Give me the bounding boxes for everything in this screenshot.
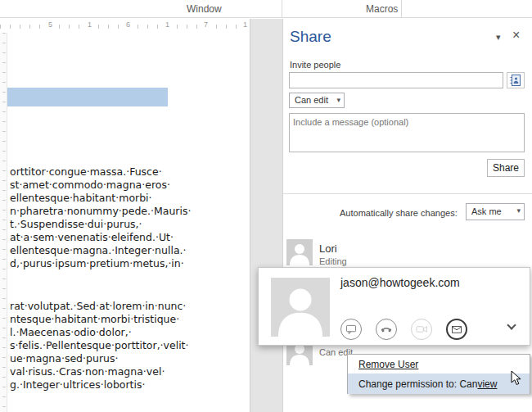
- pane-divider: [283, 193, 532, 194]
- horizontal-ruler: 5 1 6 1 7 1: [0, 19, 250, 33]
- call-button[interactable]: [376, 319, 397, 340]
- arrow-cursor-icon: [511, 370, 521, 386]
- auto-share-label: Automatically share changes:: [340, 208, 458, 218]
- ruler-ticks: [2, 33, 6, 412]
- menu-item-label: Change permission to: Can: [358, 378, 477, 390]
- document-line: rat·volutpat.·Sed·at·lorem·in·nunc·: [10, 300, 255, 312]
- chat-icon: [341, 319, 361, 340]
- document-line: ue·magna·sed·purus·: [10, 352, 255, 364]
- document-line: t.·Suspendisse·dui·purus,·: [10, 218, 255, 230]
- document-line: l.·Maecenas·odio·dolor,·: [10, 326, 255, 338]
- contact-email: jason@howtogeek.com: [340, 276, 460, 289]
- document-line: g.·Integer·ultrices·lobortis·: [10, 378, 255, 391]
- menu-item-label-emphasis: view: [477, 378, 497, 390]
- share-pane: Share ▾ × Invite people Can edit ▾ Share…: [282, 19, 532, 412]
- address-book-button[interactable]: [507, 72, 525, 88]
- selected-text-highlight: [7, 88, 168, 106]
- invite-people-input[interactable]: [289, 72, 503, 88]
- menu-item-label: Remove User: [358, 359, 418, 370]
- ribbon-group-divider: [282, 0, 282, 18]
- user-avatar: [286, 239, 313, 265]
- contact-card-popup: jason@howtogeek.com: [258, 267, 530, 346]
- permission-dropdown-value: Can edit: [295, 95, 328, 105]
- auto-share-dropdown-value: Ask me: [471, 206, 502, 216]
- video-icon: [412, 319, 431, 340]
- email-button[interactable]: [446, 319, 467, 340]
- expand-card-chevron-icon[interactable]: [507, 320, 516, 329]
- document-line: val·risus.·Cras·non·magna·vel·: [10, 365, 255, 378]
- document-line: ellentesque·habitant·morbi·: [10, 192, 255, 204]
- contact-avatar: [271, 278, 330, 337]
- document-line: at·a·sem·venenatis·eleifend.·Ut·: [10, 231, 255, 243]
- pane-options-caret-icon[interactable]: ▾: [496, 32, 501, 43]
- ribbon-bottom-strip: Window Macros: [0, 0, 532, 18]
- phone-icon: [376, 319, 396, 340]
- video-call-button[interactable]: [411, 319, 432, 340]
- message-textarea[interactable]: [289, 113, 525, 152]
- ruler-label: 5: [47, 20, 54, 29]
- user-context-menu: Remove User Change permission to: Can vi…: [347, 354, 530, 394]
- chevron-down-icon: ▾: [336, 96, 340, 104]
- ruler-label: 1: [86, 20, 93, 29]
- document-line: ellentesque·magna.·Integer·nulla.·: [10, 244, 255, 256]
- ribbon-group-window: Window: [187, 3, 222, 15]
- document-line: d,·purus·ipsum·pretium·metus,·in·: [10, 257, 255, 269]
- ruler-label: 7: [202, 20, 210, 29]
- ribbon-group-macros: Macros: [366, 3, 398, 15]
- share-button[interactable]: Share: [487, 159, 525, 177]
- address-book-icon: [509, 74, 522, 87]
- pane-title: Share: [290, 28, 331, 46]
- document-line: s·felis.·Pellentesque·porttitor,·velit·: [10, 339, 255, 351]
- document-line: orttitor·congue·massa.·Fusce·: [10, 165, 255, 178]
- permission-dropdown[interactable]: Can edit ▾: [289, 93, 345, 108]
- word-window: Window Macros 5 1 6 1 7 1 orttitor·congu…: [0, 0, 532, 412]
- menu-item-remove-user[interactable]: Remove User: [348, 355, 530, 374]
- workspace-background: [250, 19, 282, 412]
- menu-item-change-permission[interactable]: Change permission to: Can view: [348, 374, 530, 394]
- user-status: Editing: [319, 256, 347, 266]
- document-line: st·amet·commodo·magna·eros·: [10, 179, 255, 191]
- person-icon: [286, 239, 313, 265]
- vertical-ruler: [0, 33, 7, 412]
- auto-share-dropdown[interactable]: Ask me ▾: [466, 203, 525, 220]
- document-line: ntesque·habitant·morbi·tristique·: [10, 313, 255, 325]
- user-name: Lori: [319, 242, 337, 255]
- chat-button[interactable]: [340, 319, 362, 340]
- ruler-label: 6: [124, 20, 132, 29]
- mouse-cursor: [511, 370, 521, 389]
- document-line: n·pharetra·nonummy·pede.·Mauris·: [10, 205, 255, 217]
- close-icon[interactable]: ×: [512, 28, 520, 43]
- person-icon: [271, 278, 330, 337]
- chevron-down-icon: ▾: [516, 206, 521, 215]
- envelope-icon: [448, 319, 466, 339]
- ruler-label: 1: [164, 20, 171, 29]
- invite-people-label: Invite people: [290, 60, 340, 70]
- ruler-label: 1: [241, 20, 249, 29]
- ribbon-group-divider: [401, 0, 402, 18]
